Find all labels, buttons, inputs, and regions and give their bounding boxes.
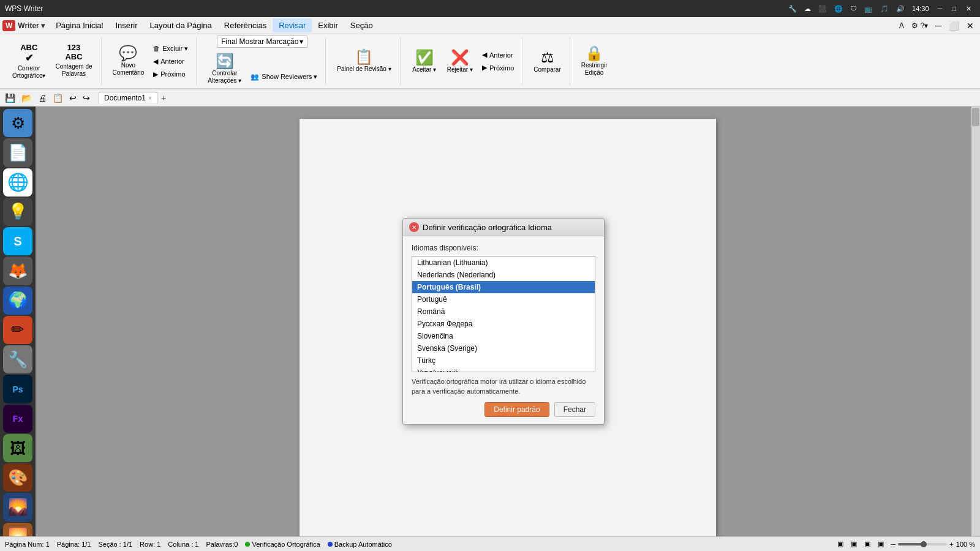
document-tab[interactable]: Documento1 × <box>99 92 157 103</box>
zoom-level: 100 % <box>956 541 975 548</box>
app: WPS Writer 🔧 ☁ ⬛ 🌐 🛡 📺 🎵 🔊 14:30 ─ □ ✕ W… <box>0 0 980 551</box>
zoom-area: ─ + 100 % <box>891 541 975 548</box>
win-maximize[interactable]: □ <box>948 5 960 12</box>
menu-referencias[interactable]: Referências <box>218 18 273 32</box>
dialog-content: Idiomas disponíveis: Lithuanian (Lithuan… <box>403 236 604 424</box>
language-item[interactable]: Український <box>412 367 595 372</box>
view-icon-3[interactable]: ▣ <box>864 540 870 548</box>
language-item[interactable]: Portuguê <box>412 293 595 305</box>
view-icon-4[interactable]: ▣ <box>878 540 884 548</box>
redo-btn[interactable]: ↪ <box>80 92 92 104</box>
language-item[interactable]: Nederlands (Nederland) <box>412 269 595 281</box>
language-item[interactable]: Română <box>412 305 595 318</box>
undo-btn[interactable]: ↩ <box>67 92 79 104</box>
menu-layout[interactable]: Layout da Página <box>144 18 218 32</box>
menu-inserir[interactable]: Inserir <box>109 18 143 32</box>
scroll-thumb[interactable] <box>972 108 979 126</box>
tab-close-btn[interactable]: × <box>148 95 152 102</box>
close-dialog-button[interactable]: Fechar <box>554 402 595 417</box>
language-item[interactable]: Slovenčina <box>412 330 595 342</box>
controlar-alteracoes-button[interactable]: 🔄 ControlarAlterações ▾ <box>204 51 245 87</box>
sidebar-tool-icon[interactable]: 🔧 <box>3 345 32 373</box>
right-scrollbar[interactable] <box>971 107 980 551</box>
view-icon-2[interactable]: ▣ <box>851 540 857 548</box>
sidebar-idea-icon[interactable]: 💡 <box>3 198 32 226</box>
sidebar-globe-icon[interactable]: 🌍 <box>3 287 32 315</box>
menu-exibir[interactable]: Exibir <box>312 18 344 32</box>
sidebar-landscape-icon[interactable]: 🌄 <box>3 493 32 521</box>
show-reviewers-button[interactable]: 👥 Definir verificação ortográfica Idioma… <box>247 72 320 82</box>
print-btn[interactable]: 🖨 <box>36 92 49 104</box>
track-mode-dropdown[interactable]: Final Mostrar Marcação ▾ <box>217 36 307 48</box>
sidebar-skype-icon[interactable]: S <box>3 227 32 255</box>
novo-comentario-button[interactable]: 💬 NovoComentário <box>109 43 148 80</box>
language-item[interactable]: Svenska (Sverige) <box>412 342 595 354</box>
anterior-button[interactable]: ◀ Anterior <box>150 56 191 67</box>
menu-revisar[interactable]: Revisar <box>273 18 312 32</box>
aceitar-button[interactable]: ✅ Aceitar ▾ <box>408 48 441 75</box>
backup-status: Backup Automático <box>328 541 392 548</box>
win-close2[interactable]: ✕ <box>963 20 978 32</box>
language-item[interactable]: Русская Федера <box>412 318 595 330</box>
excluir-button[interactable]: 🗑 Excluir ▾ <box>150 43 191 54</box>
contagem-palavras-button[interactable]: 123ABC Contagem dePalavras <box>51 40 96 83</box>
sidebar-chrome-icon[interactable]: 🌐 <box>3 168 32 197</box>
wps-logo[interactable]: W <box>2 20 15 31</box>
tray-icon-6: 📺 <box>862 5 875 13</box>
dialog-overlay: ✕ Definir verificação ortográfica Idioma… <box>36 107 971 536</box>
menu-pagina-inicial[interactable]: Página Inicial <box>50 18 109 32</box>
set-default-button[interactable]: Definir padrão <box>484 402 549 417</box>
win-min2[interactable]: ─ <box>932 20 945 32</box>
tray-icon-2: ☁ <box>802 5 813 13</box>
painel-revisao-label: Painel de Revisão ▾ <box>337 66 391 73</box>
anterior2-label: Anterior <box>489 51 513 59</box>
anterior2-button[interactable]: ◀ Anterior <box>479 50 517 60</box>
zoom-out-btn[interactable]: ─ <box>891 541 896 548</box>
rejeitar-button[interactable]: ❌ Rejeitar ▾ <box>443 48 477 75</box>
sidebar-fx-icon[interactable]: Fx <box>3 405 32 433</box>
track-changes-group: Final Mostrar Marcação ▾ 🔄 ControlarAlte… <box>199 37 326 86</box>
open-btn[interactable]: 📂 <box>19 92 34 104</box>
zoom-bar[interactable] <box>898 543 947 545</box>
settings-icon[interactable]: ⚙ ?▾ <box>908 20 932 31</box>
sidebar-art-icon[interactable]: 🎨 <box>3 463 32 492</box>
language-item[interactable]: Türkç <box>412 354 595 367</box>
sidebar-ps-icon[interactable]: Ps <box>3 375 32 403</box>
ribbon: ABC✔ CorretorOrtográfico▾ 123ABC Contage… <box>0 34 980 89</box>
restringir-button[interactable]: 🔒 RestringirEdição <box>578 43 611 79</box>
sidebar-photo-icon[interactable]: 🖼 <box>3 434 32 462</box>
language-item[interactable]: Lithuanian (Lithuania) <box>412 257 595 269</box>
row-status: Row: 1 <box>140 541 160 548</box>
accept-reject-group: ✅ Aceitar ▾ ❌ Rejeitar ▾ ◀ Anterior ▶ Pr… <box>403 37 523 86</box>
win-restore[interactable]: ⬜ <box>945 20 963 32</box>
zoom-in-btn[interactable]: + <box>949 541 953 548</box>
add-tab-btn[interactable]: + <box>157 92 170 104</box>
copy-btn[interactable]: 📋 <box>50 92 66 104</box>
view-icon-1[interactable]: ▣ <box>837 540 843 548</box>
proximo-button[interactable]: ▶ Próximo <box>150 69 191 80</box>
save-btn[interactable]: 💾 <box>2 92 18 104</box>
sidebar-firefox-icon[interactable]: 🦊 <box>3 257 32 285</box>
prev-icon: ◀ <box>153 58 158 66</box>
sidebar-settings-icon[interactable]: ⚙ <box>3 109 32 137</box>
writer-label[interactable]: Writer ▾ <box>18 21 45 30</box>
languages-label: Idiomas disponíveis: <box>412 244 595 252</box>
zoom-thumb <box>921 541 927 547</box>
sidebar-draw-icon[interactable]: ✏ <box>3 316 32 344</box>
excluir-label: Excluir ▾ <box>162 45 188 53</box>
sidebar-docs-icon[interactable]: 📄 <box>3 138 32 167</box>
language-listbox[interactable]: Lithuanian (Lithuania)Nederlands (Nederl… <box>412 256 595 372</box>
help-icon[interactable]: A <box>895 20 908 31</box>
reviewers-icon: 👥 <box>251 73 259 81</box>
corretor-ortografico-button[interactable]: ABC✔ CorretorOrtográfico▾ <box>9 40 49 83</box>
comparar-button[interactable]: ⚖ Comparar <box>530 48 564 75</box>
dialog-close-x-btn[interactable]: ✕ <box>409 222 419 232</box>
proximo2-button[interactable]: ▶ Próximo <box>479 62 517 73</box>
win-close[interactable]: ✕ <box>962 5 975 13</box>
menu-secao[interactable]: Seção <box>344 18 379 32</box>
language-item[interactable]: Português (Brasil) <box>412 281 595 293</box>
review-panel-group: 📋 Painel de Revisão ▾ <box>328 37 400 86</box>
win-minimize[interactable]: ─ <box>934 5 946 12</box>
status-bar: Página Num: 1 Página: 1/1 Seção : 1/1 Ro… <box>0 536 980 551</box>
painel-revisao-button[interactable]: 📋 Painel de Revisão ▾ <box>333 47 394 75</box>
